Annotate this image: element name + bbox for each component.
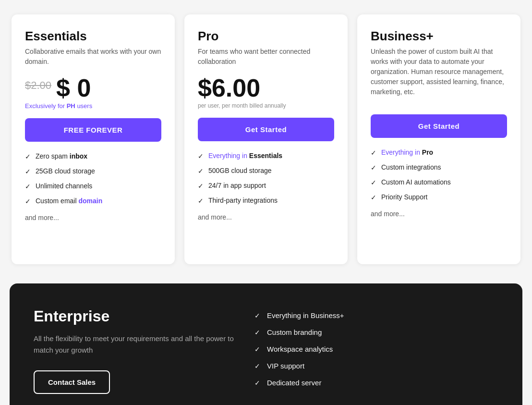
enterprise-title: Enterprise	[34, 307, 235, 325]
essentials-title: Essentials	[25, 29, 161, 44]
check-icon: ✓	[254, 362, 260, 370]
feature-item: ✓ Priority Support	[371, 193, 507, 201]
feature-text: Priority Support	[381, 193, 427, 201]
feature-item: ✓ Custom email domain	[25, 197, 161, 205]
enterprise-desc: All the flexibility to meet your require…	[34, 333, 235, 356]
enterprise-left: Enterprise All the flexibility to meet y…	[34, 307, 235, 394]
feature-text: Everything in Pro	[381, 148, 433, 156]
business-title: Business+	[371, 29, 507, 44]
feature-item: ✓ Everything in Pro	[371, 148, 507, 157]
feature-text: Zero spam inbox	[36, 152, 87, 160]
pro-and-more: and more...	[198, 213, 334, 221]
feature-text: 24/7 in app support	[208, 182, 266, 189]
check-icon: ✓	[254, 345, 260, 353]
feature-item: ✓ Third-party integrations	[198, 196, 334, 205]
essentials-and-more: and more...	[25, 214, 161, 221]
check-icon: ✓	[254, 379, 260, 387]
pro-price-sub: per user, per month billed annually	[198, 102, 334, 109]
enterprise-feature-item: ✓ Everything in Business+	[254, 311, 498, 319]
feature-text: Third-party integrations	[208, 196, 278, 204]
essentials-price: $ 0	[56, 75, 91, 100]
feature-item: ✓ Unlimited channels	[25, 182, 161, 190]
essentials-cta-button[interactable]: FREE FOREVER	[25, 118, 161, 142]
pricing-section: Essentials Collaborative emails that wor…	[0, 0, 532, 279]
check-icon: ✓	[198, 152, 204, 160]
enterprise-feature-item: ✓ Dedicated server	[254, 379, 498, 387]
pro-feature-list: ✓ Everything in Essentials ✓ 500GB cloud…	[198, 152, 334, 205]
feature-text: Everything in Essentials	[208, 152, 282, 160]
pro-title: Pro	[198, 29, 334, 44]
feature-item: ✓ Zero spam inbox	[25, 152, 161, 160]
essentials-price-area: $2.00 $ 0	[25, 75, 161, 100]
feature-item: ✓ 24/7 in app support	[198, 182, 334, 190]
feature-item: ✓ Custom AI automations	[371, 178, 507, 186]
check-icon: ✓	[25, 183, 31, 190]
check-icon: ✓	[371, 149, 376, 157]
check-icon: ✓	[198, 167, 204, 175]
feature-item: ✓ 25GB cloud storage	[25, 167, 161, 175]
check-icon: ✓	[371, 194, 376, 201]
feature-item: ✓ Everything in Essentials	[198, 152, 334, 160]
enterprise-feature-item: ✓ Custom branding	[254, 328, 498, 336]
enterprise-features: ✓ Everything in Business+ ✓ Custom brand…	[254, 307, 498, 387]
business-card: Business+ Unleash the power of custom bu…	[357, 14, 520, 264]
pro-cta-button[interactable]: Get Started	[198, 118, 334, 141]
feature-text: Custom email domain	[36, 197, 102, 205]
pro-price-area: $6.00	[198, 75, 334, 100]
essentials-old-price: $2.00	[25, 75, 51, 92]
pro-card: Pro For teams who want better connected …	[184, 14, 348, 264]
essentials-card: Essentials Collaborative emails that wor…	[12, 14, 175, 264]
feature-text: 25GB cloud storage	[36, 167, 95, 175]
feature-text: Custom branding	[267, 328, 322, 336]
enterprise-feature-item: ✓ VIP support	[254, 362, 498, 370]
check-icon: ✓	[198, 182, 204, 190]
feature-text: Dedicated server	[267, 379, 321, 387]
business-feature-list: ✓ Everything in Pro ✓ Custom integration…	[371, 148, 507, 201]
check-icon: ✓	[198, 197, 204, 205]
feature-text: VIP support	[267, 362, 304, 370]
business-and-more: and more...	[371, 210, 507, 218]
feature-text: Everything in Business+	[267, 311, 344, 319]
check-icon: ✓	[25, 168, 31, 175]
essentials-feature-list: ✓ Zero spam inbox ✓ 25GB cloud storage ✓…	[25, 152, 161, 205]
feature-item: ✓ Custom integrations	[371, 163, 507, 172]
check-icon: ✓	[254, 329, 260, 336]
feature-text: Custom AI automations	[381, 178, 451, 186]
pro-price: $6.00	[198, 75, 260, 100]
check-icon: ✓	[25, 197, 31, 205]
business-cta-button[interactable]: Get Started	[371, 114, 507, 138]
essentials-desc: Collaborative emails that works with you…	[25, 47, 161, 67]
business-desc: Unleash the power of custom built AI tha…	[371, 47, 507, 97]
feature-text: Unlimited channels	[36, 182, 92, 190]
pro-desc: For teams who want better connected coll…	[198, 47, 334, 67]
check-icon: ✓	[371, 164, 376, 172]
enterprise-contact-button[interactable]: Contact Sales	[34, 370, 110, 394]
check-icon: ✓	[371, 179, 376, 186]
feature-text: Workspace analytics	[267, 345, 333, 353]
feature-text: Custom integrations	[381, 163, 441, 171]
feature-text: 500GB cloud storage	[208, 167, 272, 174]
essentials-price-note: Exclusively for PH users	[25, 102, 161, 110]
feature-item: ✓ 500GB cloud storage	[198, 167, 334, 175]
enterprise-section: Enterprise All the flexibility to meet y…	[10, 283, 522, 405]
price-note-highlight: PH	[67, 102, 75, 110]
check-icon: ✓	[254, 312, 260, 319]
check-icon: ✓	[25, 153, 31, 160]
enterprise-feature-item: ✓ Workspace analytics	[254, 345, 498, 353]
